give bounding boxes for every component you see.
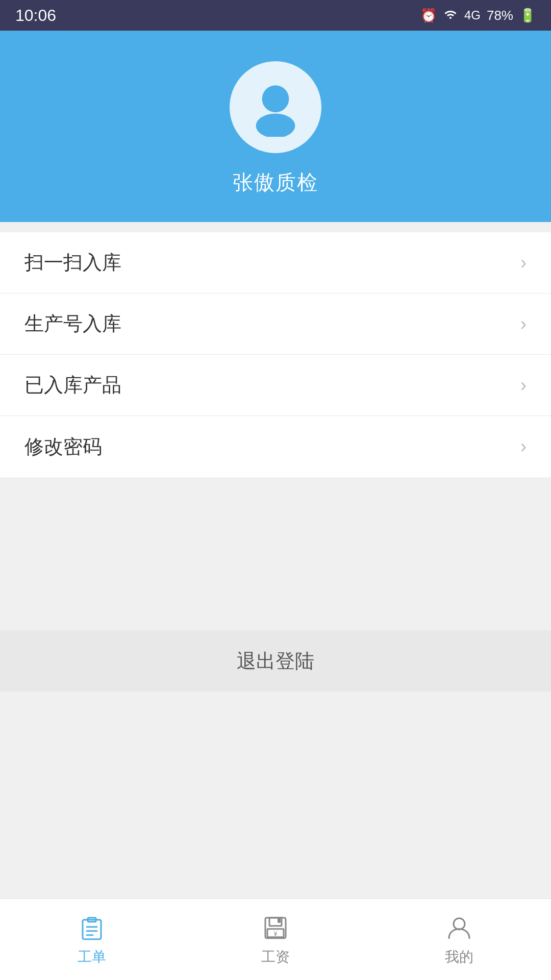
- status-icons: ⏰ 4G 78% 🔋: [420, 8, 536, 23]
- status-bar: 10:06 ⏰ 4G 78% 🔋: [0, 0, 551, 31]
- svg-point-12: [454, 918, 465, 929]
- nav-label-work-order: 工单: [78, 947, 106, 967]
- user-avatar-icon: [245, 76, 306, 139]
- logout-button[interactable]: 退出登陆: [0, 630, 551, 692]
- profile-name: 张傲质检: [233, 168, 318, 197]
- salary-icon: ¥: [260, 913, 291, 943]
- svg-text:¥: ¥: [273, 930, 278, 938]
- work-order-icon: [77, 913, 107, 943]
- battery-icon: 🔋: [519, 8, 536, 23]
- gray-spacer: [0, 477, 551, 620]
- menu-item-warehoused[interactable]: 已入库产品 ›: [0, 355, 551, 416]
- nav-item-salary[interactable]: ¥ 工资: [184, 913, 367, 967]
- menu-item-change-password[interactable]: 修改密码 ›: [0, 416, 551, 477]
- svg-rect-2: [83, 920, 101, 939]
- chevron-right-icon-3: ›: [520, 436, 527, 457]
- chevron-right-icon-2: ›: [520, 375, 527, 396]
- nav-item-mine[interactable]: 我的: [367, 913, 551, 967]
- menu-item-scan-in[interactable]: 扫一扫入库 ›: [0, 232, 551, 293]
- status-time: 10:06: [15, 6, 56, 25]
- logout-label: 退出登陆: [237, 648, 314, 674]
- nav-label-mine: 我的: [445, 947, 473, 967]
- nav-label-salary: 工资: [261, 947, 290, 967]
- alarm-icon: ⏰: [420, 8, 437, 23]
- page: 10:06 ⏰ 4G 78% 🔋: [0, 0, 551, 980]
- menu-item-production-in-label: 生产号入库: [24, 311, 121, 337]
- menu-item-production-in[interactable]: 生产号入库 ›: [0, 293, 551, 355]
- battery-label: 78%: [487, 8, 513, 23]
- profile-header: 张傲质检: [0, 31, 551, 222]
- chevron-right-icon-1: ›: [520, 313, 527, 335]
- svg-point-1: [256, 113, 295, 137]
- svg-rect-9: [278, 918, 281, 923]
- wifi-icon: [443, 8, 458, 23]
- signal-icon: 4G: [464, 8, 481, 22]
- menu-item-scan-in-label: 扫一扫入库: [24, 250, 121, 276]
- nav-item-work-order[interactable]: 工单: [0, 913, 184, 967]
- menu-list: 扫一扫入库 › 生产号入库 › 已入库产品 › 修改密码 ›: [0, 232, 551, 477]
- svg-point-0: [262, 85, 289, 112]
- mine-icon: [444, 913, 474, 943]
- chevron-right-icon-0: ›: [520, 252, 527, 274]
- bottom-nav: 工单 ¥ 工资: [0, 898, 551, 980]
- avatar: [230, 61, 321, 153]
- menu-item-change-password-label: 修改密码: [24, 434, 102, 460]
- content: 张傲质检 扫一扫入库 › 生产号入库 › 已入库产品 › 修改密码 ›: [0, 31, 551, 980]
- menu-item-warehoused-label: 已入库产品: [24, 372, 121, 398]
